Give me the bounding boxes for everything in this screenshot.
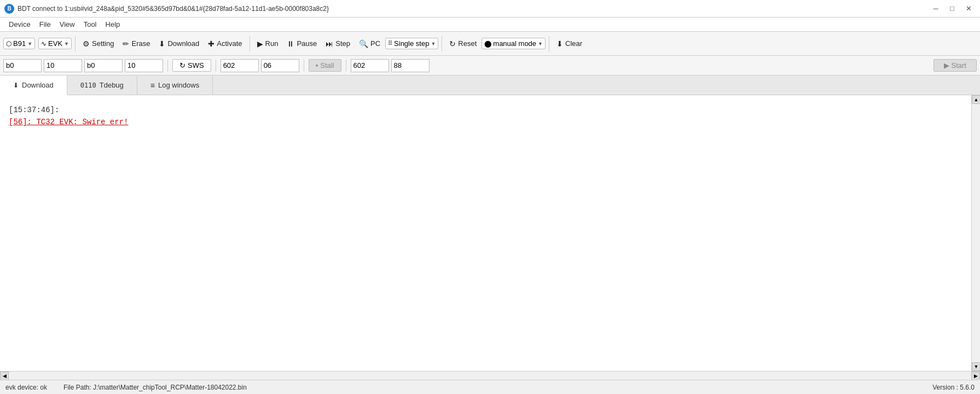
chip-dropdown-arrow: ▼ (27, 41, 32, 47)
erase-button[interactable]: ✏ Erase (119, 38, 154, 49)
input-separator-4 (346, 60, 346, 72)
download-label: Download (167, 39, 199, 48)
input-separator-3 (304, 60, 304, 72)
menu-file[interactable]: File (35, 19, 55, 30)
app-icon: B (4, 4, 14, 14)
setting-button[interactable]: ⚙ Setting (79, 38, 118, 49)
tab-download-label: Download (22, 81, 54, 89)
input-field-6[interactable] (261, 59, 299, 72)
device-status: evk device: ok (5, 384, 63, 391)
tab-logwindows-icon: ≡ (150, 81, 155, 90)
minimize-button[interactable]: ─ (929, 3, 943, 14)
reset-label: Reset (458, 39, 477, 48)
activate-icon: ✚ (208, 40, 214, 48)
chip-icon: ⬡ (6, 40, 11, 48)
title-bar: B BDT connect to 1:usb#vid_248a&pid_5320… (0, 0, 980, 18)
download-button[interactable]: ⬇ Download (155, 38, 203, 49)
input-row: ↻ SWS ▪ Stall ▶ Start (0, 56, 980, 76)
tab-bar: ⬇ Download 0110 Tdebug ≡ Log windows (0, 76, 980, 95)
input-field-5[interactable] (221, 59, 259, 72)
run-icon: ▶ (257, 40, 263, 48)
setting-label: Setting (92, 39, 114, 48)
horizontal-scrollbar[interactable]: ◀ ▶ (0, 371, 980, 380)
clear-icon: ⬇ (556, 40, 563, 48)
step-button[interactable]: ⏭ Step (322, 38, 354, 49)
separator-4 (549, 36, 549, 51)
title-bar-controls: ─ □ ✕ (929, 3, 976, 14)
log-area[interactable]: [15:37:46]: [56]: TC32 EVK: Swire err! (0, 95, 971, 371)
pause-label: Pause (297, 39, 317, 48)
menu-view[interactable]: View (55, 19, 79, 30)
run-button[interactable]: ▶ Run (253, 38, 282, 49)
chip-selector[interactable]: ⬡ B91 ▼ (3, 38, 35, 49)
menu-tool[interactable]: Tool (79, 19, 101, 30)
scroll-down-button[interactable]: ▼ (972, 362, 980, 371)
log-line-2: [56]: TC32 EVK: Swire err! (9, 116, 962, 128)
file-path: File Path: J:\matter\Matter_chipTool_RCP… (63, 384, 932, 391)
download-icon: ⬇ (159, 40, 165, 48)
stall-label: Stall (320, 61, 334, 69)
stall-button[interactable]: ▪ Stall (309, 59, 341, 72)
tab-tdebug-label: Tdebug (100, 81, 124, 89)
single-step-selector[interactable]: ⠿ Single step ▼ (385, 38, 438, 49)
input-field-8[interactable] (391, 59, 430, 72)
tab-logwindows-label: Log windows (158, 81, 199, 89)
tab-tdebug[interactable]: 0110 Tdebug (67, 76, 137, 95)
erase-icon: ✏ (123, 40, 129, 48)
menu-device[interactable]: Device (4, 19, 35, 30)
step-label: Step (335, 39, 350, 48)
manual-mode-label: manual mode (493, 39, 536, 48)
start-label: Start (952, 61, 966, 69)
maximize-button[interactable]: □ (945, 3, 959, 14)
pause-button[interactable]: ⏸ Pause (283, 38, 321, 49)
manual-mode-selector[interactable]: ⬤ manual mode ▼ (482, 38, 546, 49)
toolbar: ⬡ B91 ▼ ∿ EVK ▼ ⚙ Setting ✏ Erase ⬇ Down… (0, 32, 980, 56)
close-button[interactable]: ✕ (961, 3, 976, 14)
title-text: BDT connect to 1:usb#vid_248a&pid_5320#5… (18, 5, 329, 13)
vertical-scrollbar[interactable]: ▲ ▼ (971, 95, 980, 371)
start-button[interactable]: ▶ Start (933, 59, 977, 72)
run-label: Run (265, 39, 279, 48)
separator-3 (442, 36, 442, 51)
clear-label: Clear (565, 39, 582, 48)
evk-selector[interactable]: ∿ EVK ▼ (38, 38, 72, 49)
input-field-3[interactable] (84, 59, 123, 72)
evk-wave-icon: ∿ (41, 40, 47, 48)
menu-bar: Device File View Tool Help (0, 18, 980, 32)
log-line-1: [15:37:46]: (9, 104, 962, 116)
menu-help[interactable]: Help (101, 19, 125, 30)
input-separator-1 (167, 60, 168, 72)
title-bar-left: B BDT connect to 1:usb#vid_248a&pid_5320… (4, 4, 329, 14)
scroll-right-button[interactable]: ▶ (971, 372, 980, 380)
input-field-1[interactable] (3, 59, 42, 72)
tab-download[interactable]: ⬇ Download (0, 76, 67, 95)
scroll-track[interactable] (972, 104, 980, 362)
input-field-7[interactable] (351, 59, 389, 72)
tab-download-icon: ⬇ (13, 82, 19, 89)
scroll-left-button[interactable]: ◀ (0, 372, 9, 380)
tab-tdebug-icon: 0110 (80, 82, 96, 89)
single-step-label: Single step (394, 39, 429, 48)
main-content: [15:37:46]: [56]: TC32 EVK: Swire err! ▲… (0, 95, 980, 371)
pc-button[interactable]: 🔍 PC (355, 38, 384, 49)
manual-mode-icon: ⬤ (484, 40, 491, 48)
reset-button[interactable]: ↻ Reset (445, 38, 480, 49)
tab-logwindows[interactable]: ≡ Log windows (137, 76, 213, 95)
input-field-2[interactable] (44, 59, 82, 72)
input-separator-2 (216, 60, 216, 72)
sws-label: SWS (188, 61, 204, 69)
pc-label: PC (370, 39, 380, 48)
activate-label: Activate (217, 39, 242, 48)
single-step-arrow: ▼ (431, 41, 436, 47)
version-label: Version : 5.6.0 (932, 384, 975, 391)
sws-refresh-icon: ↻ (179, 61, 185, 69)
step-icon: ⏭ (326, 40, 333, 48)
separator-1 (75, 36, 76, 51)
separator-2 (250, 36, 250, 51)
scroll-up-button[interactable]: ▲ (972, 95, 980, 104)
sws-button[interactable]: ↻ SWS (172, 59, 211, 72)
input-field-4[interactable] (125, 59, 163, 72)
activate-button[interactable]: ✚ Activate (204, 38, 246, 49)
status-bar: evk device: ok File Path: J:\matter\Matt… (0, 380, 980, 394)
clear-button[interactable]: ⬇ Clear (553, 38, 586, 49)
